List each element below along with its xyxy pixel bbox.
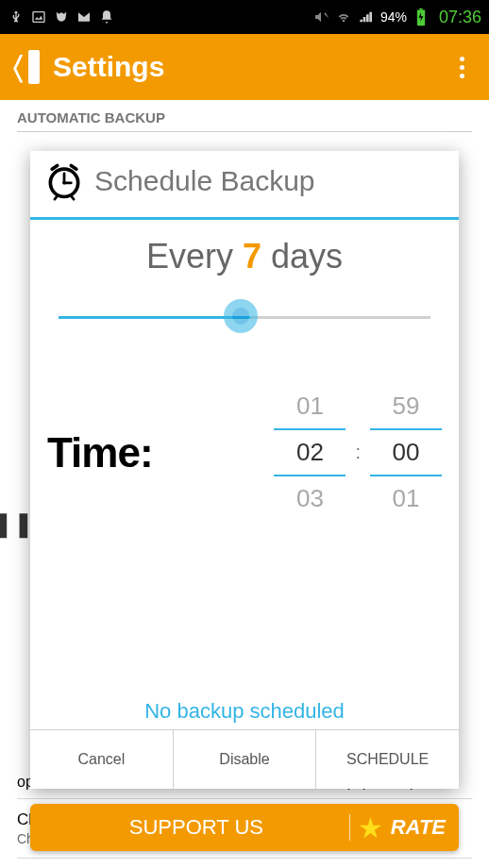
support-banner[interactable]: SUPPORT US ★ RATE xyxy=(30,804,459,851)
minute-picker[interactable]: 59 00 01 xyxy=(370,384,442,521)
wifi-icon xyxy=(335,8,352,25)
cancel-button[interactable]: Cancel xyxy=(30,730,174,789)
dialog-buttons: Cancel Disable SCHEDULE xyxy=(30,729,459,789)
svg-rect-0 xyxy=(33,12,44,23)
time-label: Time: xyxy=(47,429,153,476)
disable-button[interactable]: Disable xyxy=(174,730,317,789)
support-label: SUPPORT US xyxy=(43,815,349,840)
action-bar: 〈 Settings xyxy=(0,34,489,100)
frequency-label: Every 7 days xyxy=(30,237,459,276)
hour-picker[interactable]: 01 02 03 xyxy=(274,384,346,521)
page-title: Settings xyxy=(53,51,453,83)
section-header: AUTOMATIC BACKUP xyxy=(17,100,472,132)
usb-icon xyxy=(8,8,25,25)
frequency-slider[interactable] xyxy=(36,299,453,337)
battery-icon xyxy=(413,8,430,25)
signal-icon xyxy=(358,8,375,25)
schedule-dialog: Schedule Backup Every 7 days Time: 01 02… xyxy=(30,151,459,789)
image-icon xyxy=(30,8,47,25)
dialog-divider xyxy=(30,217,459,220)
banner-separator xyxy=(349,814,350,841)
mute-icon xyxy=(312,8,329,25)
dialog-title: Schedule Backup xyxy=(94,165,315,197)
alarm-clock-icon xyxy=(43,160,85,202)
mail-icon xyxy=(76,8,93,25)
back-icon[interactable]: 〈 xyxy=(13,51,23,84)
pause-icon: ❚❚ xyxy=(0,509,34,539)
svg-rect-2 xyxy=(419,8,422,10)
status-bar: 94% 07:36 xyxy=(0,0,489,34)
overflow-menu-icon[interactable] xyxy=(453,57,476,78)
schedule-status: No backup scheduled xyxy=(30,699,459,724)
star-icon: ★ xyxy=(358,811,383,844)
bell-icon xyxy=(98,8,115,25)
cat-icon xyxy=(53,8,70,25)
clock-time: 07:36 xyxy=(439,8,481,27)
app-icon[interactable] xyxy=(28,50,40,84)
schedule-button[interactable]: SCHEDULE xyxy=(316,730,459,789)
battery-pct: 94% xyxy=(380,9,407,25)
time-colon: : xyxy=(355,442,361,463)
rate-label: RATE xyxy=(391,815,446,840)
